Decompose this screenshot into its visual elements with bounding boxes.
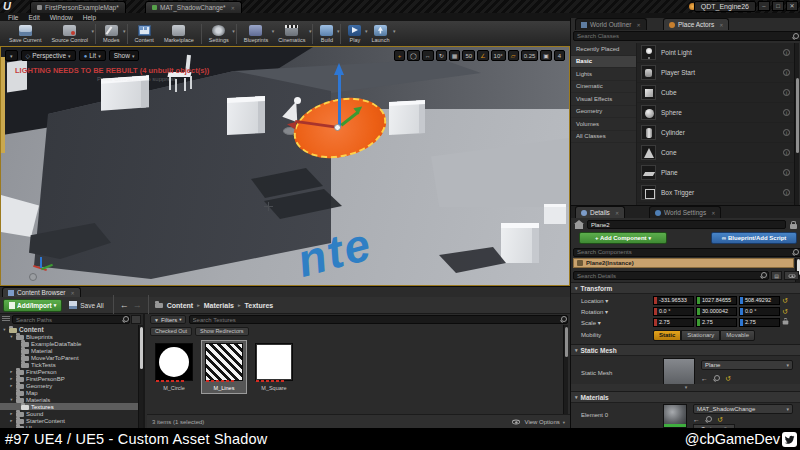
save-all-button[interactable]: Save All xyxy=(66,299,107,312)
actor-item-player-start[interactable]: Player Start xyxy=(637,63,794,83)
search-components-input[interactable] xyxy=(573,248,800,257)
category-cinematic[interactable]: Cinematic xyxy=(571,81,636,94)
rotation-z-field[interactable]: 0.0 ° xyxy=(739,307,780,316)
filters-button[interactable]: ▼Filters▾ xyxy=(150,315,186,324)
rotation-y-field[interactable]: 30.000042 xyxy=(696,307,737,316)
grid-snap-toggle[interactable]: ▦ xyxy=(449,50,461,61)
tree-item[interactable]: Material xyxy=(0,347,143,354)
close-icon[interactable] xyxy=(68,289,74,296)
scale-snap-value[interactable]: 0.25 xyxy=(521,50,539,61)
mobility-movable-button[interactable]: Movable xyxy=(720,330,755,341)
info-icon[interactable] xyxy=(783,189,790,196)
tree-item[interactable]: ExampleDataTable xyxy=(0,340,143,347)
actor-item-box-trigger[interactable]: Box Trigger xyxy=(637,183,794,203)
camera-speed-value[interactable]: 4 xyxy=(554,50,565,61)
search-textures-input[interactable] xyxy=(189,315,568,324)
close-icon[interactable] xyxy=(717,21,723,28)
info-icon[interactable] xyxy=(783,169,790,176)
checked-out-chip[interactable]: Checked Out xyxy=(150,327,192,336)
back-icon[interactable]: ← xyxy=(120,300,129,310)
close-icon[interactable] xyxy=(634,21,640,28)
blueprint-add-script-button[interactable]: ∞Blueprint/Add Script xyxy=(711,232,797,244)
collapse-sources-icon[interactable] xyxy=(131,315,141,324)
scale-y-field[interactable]: 2.75 xyxy=(696,318,737,327)
breadcrumb-content[interactable]: Content xyxy=(167,302,193,309)
use-selected-icon[interactable]: ← xyxy=(693,416,700,423)
modes-button[interactable]: Modes xyxy=(98,22,125,46)
actor-item-point-light[interactable]: Point Light xyxy=(637,43,794,63)
info-icon[interactable] xyxy=(783,109,790,116)
property-matrix-icon[interactable]: ▤ xyxy=(771,271,782,280)
asset-m-circle[interactable]: M_Circle xyxy=(151,340,197,394)
tree-item-selected[interactable]: Textures xyxy=(0,403,143,410)
reset-mesh-icon[interactable]: ↺ xyxy=(725,374,731,383)
tree-item[interactable]: Geometry xyxy=(0,382,143,389)
category-lights[interactable]: Lights xyxy=(571,68,636,81)
tab-details[interactable]: Details xyxy=(575,206,625,218)
material-thumbnail[interactable] xyxy=(663,404,687,428)
gizmo-x-arrowhead[interactable] xyxy=(286,120,296,129)
maximize-button[interactable]: □ xyxy=(772,1,784,11)
category-recently-placed[interactable]: Recently Placed xyxy=(571,43,636,56)
lit-mode-button[interactable]: ●Lit▾ xyxy=(79,50,106,61)
scale-x-field[interactable]: 2.75 xyxy=(653,318,694,327)
static-mesh-dropdown[interactable]: Plane xyxy=(701,360,793,370)
category-all-classes[interactable]: All Classes xyxy=(571,131,636,144)
forward-icon[interactable]: → xyxy=(133,300,142,310)
add-component-button[interactable]: + Add Component▾ xyxy=(579,232,667,244)
scale-label[interactable]: Scale ▾ xyxy=(571,319,653,326)
browse-icon[interactable] xyxy=(713,375,720,382)
viewport-canvas[interactable]: nte xyxy=(1,47,569,285)
tree-scrollbar[interactable] xyxy=(138,325,143,429)
menu-help[interactable]: Help xyxy=(83,14,96,21)
materials-section-header[interactable]: Materials xyxy=(571,391,800,403)
close-button[interactable]: ✕ xyxy=(786,1,798,11)
search-classes-input[interactable] xyxy=(573,31,800,41)
rotation-label[interactable]: Rotation ▾ xyxy=(571,308,653,315)
use-selected-icon[interactable]: ← xyxy=(701,375,708,382)
expand-section-button[interactable]: ▾ xyxy=(571,384,800,391)
add-import-button[interactable]: Add/Import▾ xyxy=(3,299,62,312)
rotation-snap-toggle[interactable]: ∠ xyxy=(477,50,488,61)
lock-icon[interactable] xyxy=(790,224,797,229)
location-y-field[interactable]: 1027.84655 xyxy=(696,296,737,305)
view-options-button[interactable]: View Options ▾ xyxy=(511,419,565,425)
show-button[interactable]: Show▾ xyxy=(109,50,140,61)
scale-lock-icon[interactable] xyxy=(783,320,789,324)
info-icon[interactable] xyxy=(783,69,790,76)
content-browser-tab[interactable]: Content Browser xyxy=(2,287,81,297)
reset-material-icon[interactable]: ↺ xyxy=(717,415,723,424)
close-icon[interactable] xyxy=(709,209,715,216)
perspective-button[interactable]: ◇Perspective▾ xyxy=(21,50,76,61)
launch-button[interactable]: Launch xyxy=(366,22,394,46)
tab-world-outliner[interactable]: World Outliner xyxy=(575,18,647,30)
build-button[interactable]: Build xyxy=(315,22,338,46)
location-label[interactable]: Location ▾ xyxy=(571,297,653,304)
menu-edit[interactable]: Edit xyxy=(28,14,39,21)
marketplace-button[interactable]: Marketplace xyxy=(159,22,199,46)
tab-world-settings[interactable]: World Settings xyxy=(649,206,721,218)
minimize-button[interactable]: – xyxy=(758,1,770,11)
actor-item-cylinder[interactable]: Cylinder xyxy=(637,123,794,143)
component-instance-row[interactable]: Plane2(Instance) xyxy=(573,258,794,268)
grid-snap-value[interactable]: 50 xyxy=(462,50,475,61)
material-dropdown[interactable]: MAT_ShadowChange xyxy=(693,404,793,414)
info-icon[interactable] xyxy=(783,129,790,136)
asset-m-lines-selected[interactable]: M_Lines xyxy=(201,340,247,394)
tree-item[interactable]: Sound xyxy=(0,410,143,417)
tree-item[interactable]: Map xyxy=(0,389,143,396)
reset-rotation-icon[interactable]: ↺ xyxy=(782,307,788,316)
actor-item-cube[interactable]: Cube xyxy=(637,83,794,103)
scale-tool-button[interactable]: ↔ xyxy=(422,50,434,61)
tab-place-actors[interactable]: Place Actors xyxy=(663,18,729,30)
reset-location-icon[interactable]: ↺ xyxy=(782,296,788,305)
location-z-field[interactable]: 508.49292 xyxy=(739,296,780,305)
rotation-snap-value[interactable]: 10° xyxy=(491,50,506,61)
assets-scrollbar[interactable] xyxy=(563,325,568,414)
info-icon[interactable] xyxy=(783,149,790,156)
actor-item-sphere[interactable]: Sphere xyxy=(637,103,794,123)
menu-file[interactable]: File xyxy=(8,14,18,21)
menu-window[interactable]: Window xyxy=(50,14,73,21)
transform-section-header[interactable]: Transform xyxy=(571,282,800,294)
mobility-stationary-button[interactable]: Stationary xyxy=(681,330,720,341)
